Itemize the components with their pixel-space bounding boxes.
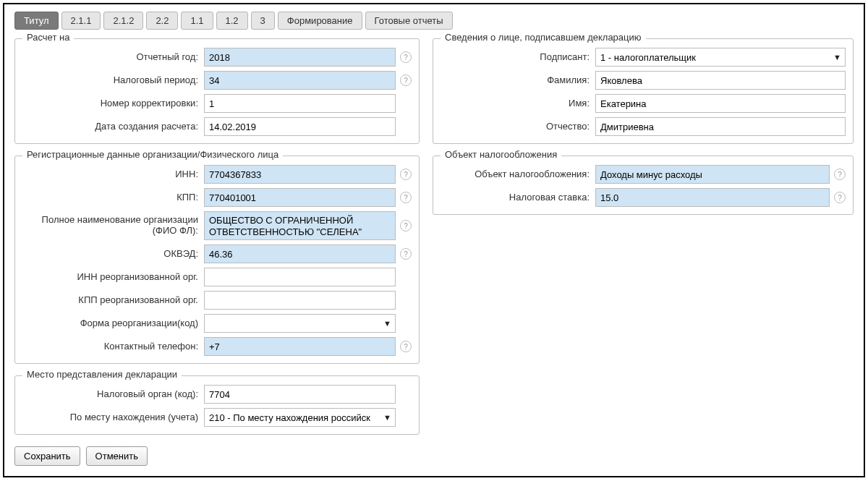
reorg-kpp-input[interactable] xyxy=(204,291,396,310)
tax-object-legend: Объект налогообложения xyxy=(441,149,561,160)
signer-label: Подписант: xyxy=(441,52,591,63)
tax-code-label: Налоговый орган (код): xyxy=(22,389,200,400)
save-button[interactable]: Сохранить xyxy=(14,446,80,466)
tax-object-group: Объект налогообложения Объект налогообло… xyxy=(433,156,854,215)
help-icon[interactable]: ? xyxy=(400,51,412,63)
tab-formation[interactable]: Формирование xyxy=(278,12,362,30)
corr-label: Номер корректировки: xyxy=(22,98,200,109)
reorg-inn-input[interactable] xyxy=(204,268,396,286)
signer-group: Сведения о лице, подписавшем декларацию … xyxy=(433,38,854,144)
help-icon[interactable]: ? xyxy=(400,248,412,260)
year-label: Отчетный год: xyxy=(22,52,200,63)
calc-group: Расчет на Отчетный год: ? Налоговый пери… xyxy=(14,38,420,144)
date-input[interactable] xyxy=(204,117,396,136)
tax-obj-label: Объект налогообложения: xyxy=(441,169,591,180)
tab-reports[interactable]: Готовые отчеты xyxy=(365,12,453,30)
place-legend: Место представления декларации xyxy=(22,369,182,380)
reorg-form-select[interactable] xyxy=(204,314,396,333)
tab-title[interactable]: Титул xyxy=(14,12,59,30)
period-label: Налоговый период: xyxy=(22,75,200,86)
tab-2-2[interactable]: 2.2 xyxy=(146,12,178,30)
inn-label: ИНН: xyxy=(22,169,200,180)
date-label: Дата создания расчета: xyxy=(22,122,200,132)
signer-legend: Сведения о лице, подписавшем декларацию xyxy=(441,32,646,43)
year-input[interactable] xyxy=(204,48,396,67)
patr-label: Отчество: xyxy=(441,122,591,132)
org-name-input[interactable] xyxy=(204,211,396,240)
loc-label: По месту нахождения (учета) xyxy=(22,412,200,423)
reg-group: Регистрационные данные организации/Физич… xyxy=(14,156,420,364)
phone-input[interactable] xyxy=(204,337,396,356)
help-icon[interactable]: ? xyxy=(400,169,412,180)
surname-input[interactable] xyxy=(595,71,846,90)
help-icon[interactable]: ? xyxy=(834,169,846,180)
calc-legend: Расчет на xyxy=(22,32,74,43)
corr-input[interactable] xyxy=(204,94,396,113)
tax-obj-input[interactable] xyxy=(595,165,830,184)
name-input[interactable] xyxy=(595,94,846,113)
okved-label: ОКВЭД: xyxy=(22,249,200,260)
period-input[interactable] xyxy=(204,71,396,90)
help-icon[interactable]: ? xyxy=(400,341,412,352)
tax-code-input[interactable] xyxy=(204,385,396,404)
help-icon[interactable]: ? xyxy=(400,75,412,86)
org-name-label: Полное наименование организации (ФИО ФЛ)… xyxy=(22,215,200,237)
reorg-inn-label: ИНН реорганизованной орг. xyxy=(22,272,200,283)
loc-select[interactable]: 210 - По месту нахождения российск xyxy=(204,408,396,427)
signer-select[interactable]: 1 - налогоплательщик xyxy=(595,48,846,67)
place-group: Место представления декларации Налоговый… xyxy=(14,375,420,435)
name-label: Имя: xyxy=(441,98,591,109)
tab-bar: Титул 2.1.1 2.1.2 2.2 1.1 1.2 3 Формиров… xyxy=(14,12,854,30)
tax-rate-label: Налоговая ставка: xyxy=(441,192,591,203)
help-icon[interactable]: ? xyxy=(834,192,846,203)
surname-label: Фамилия: xyxy=(441,75,591,86)
kpp-label: КПП: xyxy=(22,192,200,203)
reorg-form-label: Форма реорганизации(код) xyxy=(22,318,200,329)
form-panel: Титул 2.1.1 2.1.2 2.2 1.1 1.2 3 Формиров… xyxy=(3,3,865,477)
patr-input[interactable] xyxy=(595,117,846,136)
okved-input[interactable] xyxy=(204,244,396,263)
cancel-button[interactable]: Отменить xyxy=(86,446,148,466)
tab-1-1[interactable]: 1.1 xyxy=(181,12,213,30)
inn-input[interactable] xyxy=(204,165,396,184)
phone-label: Контактный телефон: xyxy=(22,341,200,352)
tab-2-1-1[interactable]: 2.1.1 xyxy=(61,12,101,30)
tab-3[interactable]: 3 xyxy=(251,12,275,30)
kpp-input[interactable] xyxy=(204,188,396,207)
tab-1-2[interactable]: 1.2 xyxy=(216,12,248,30)
tab-2-1-2[interactable]: 2.1.2 xyxy=(103,12,143,30)
reorg-kpp-label: КПП реорганизованной орг. xyxy=(22,295,200,306)
help-icon[interactable]: ? xyxy=(400,220,412,231)
help-icon[interactable]: ? xyxy=(400,192,412,203)
tax-rate-input[interactable] xyxy=(595,188,830,207)
reg-legend: Регистрационные данные организации/Физич… xyxy=(22,149,283,160)
